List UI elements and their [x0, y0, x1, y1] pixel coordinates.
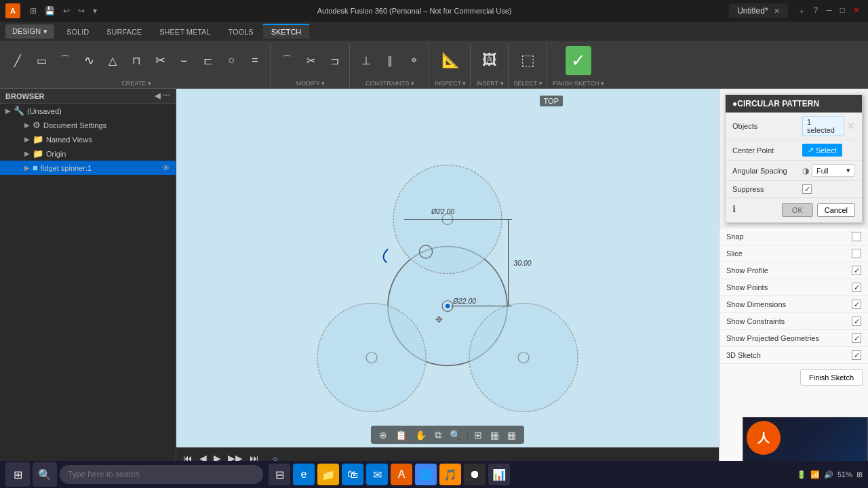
browser-icon-origin: 📁	[33, 148, 43, 159]
tool-constraints2[interactable]: ∥	[379, 52, 401, 69]
taskbar-battery-icon: 🔋	[797, 470, 806, 479]
show-points-check[interactable]	[852, 283, 861, 292]
help-icon[interactable]: ?	[811, 4, 821, 18]
browser-item-named-views[interactable]: ▶ 📁 Named Views	[0, 132, 176, 146]
nav-zoom-icon[interactable]: 🔍	[447, 428, 464, 442]
tool-insert[interactable]: 🖼	[479, 49, 500, 71]
nav-bar: ⊕ 📋 ✋ ⧉ 🔍 | ⊞ ▦ ▦	[371, 426, 524, 444]
tab-solid[interactable]: SOLID	[58, 24, 97, 39]
browser-item-fidget[interactable]: ▶ ■ fidget spinner:1 👁	[0, 161, 176, 175]
nav-snap-icon[interactable]: ⊕	[376, 428, 390, 442]
tab-untitled[interactable]: Untitled*	[737, 6, 768, 16]
show-projected-check[interactable]	[852, 333, 861, 343]
show-profile-check[interactable]	[852, 266, 861, 275]
show-constraints-check[interactable]	[852, 317, 861, 326]
minimize-btn[interactable]: ─	[823, 4, 835, 18]
tool-curve[interactable]: ⌣	[173, 52, 195, 68]
tool-polygon[interactable]: ⊓	[125, 52, 147, 69]
design-mode-btn[interactable]: DESIGN ▾	[5, 24, 54, 39]
view-label[interactable]: TOP	[540, 96, 563, 106]
nav-clipboard-icon[interactable]: 📋	[393, 428, 410, 442]
browser-eye-icon[interactable]: 👁	[162, 163, 170, 173]
tool-constraints3[interactable]: ⌖	[403, 52, 425, 68]
setting-3d-sketch: 3D Sketch	[719, 347, 868, 364]
start-btn[interactable]: ⊞	[5, 462, 30, 487]
qa-undo-btn[interactable]: ↩	[60, 5, 73, 17]
tool-circle[interactable]: ○	[220, 52, 242, 68]
select-icon: ↗	[808, 146, 814, 155]
taskbar-icon-taskview[interactable]: ⊟	[269, 464, 290, 485]
tab-close-icon[interactable]: ✕	[774, 7, 780, 16]
cp-cancel-btn[interactable]: Cancel	[817, 203, 855, 217]
tab-sketch[interactable]: SKETCH	[263, 24, 310, 39]
tab-tools[interactable]: TOOLS	[220, 24, 262, 39]
cp-select-btn[interactable]: ↗ Select	[802, 144, 842, 157]
tool-cut[interactable]: ✂	[149, 51, 171, 70]
tool-rect[interactable]: ▭	[31, 52, 52, 69]
cp-ok-btn[interactable]: OK	[782, 203, 813, 217]
add-tab-btn[interactable]: ＋	[795, 4, 808, 18]
taskbar-icon-obs[interactable]: ⏺	[464, 464, 486, 485]
tool-fillet[interactable]: ⌒	[276, 52, 298, 70]
tool-equal[interactable]: =	[244, 52, 266, 68]
finish-sketch-btn-panel[interactable]: Finish Sketch	[800, 369, 863, 386]
tab-sheet-metal[interactable]: SHEET METAL	[151, 24, 218, 39]
qa-save-btn[interactable]: 💾	[42, 5, 58, 17]
ribbon-toolbar: ╱ ▭ ⌒ ∿ △ ⊓ ✂ ⌣ ⊏ ○ = CREATE ▾ ⌒	[0, 41, 868, 88]
qa-redo-btn[interactable]: ↪	[75, 5, 87, 17]
close-btn[interactable]: ✕	[850, 4, 863, 18]
tool-arc[interactable]: ⌒	[54, 52, 76, 70]
nav-fit-icon[interactable]: ⧉	[432, 428, 444, 442]
taskbar-icon-fusion[interactable]: A	[391, 464, 412, 485]
nav-display-icon[interactable]: ▦	[488, 428, 502, 442]
tab-surface[interactable]: SURFACE	[98, 24, 150, 39]
show-constraints-label: Show Constraints	[726, 317, 785, 325]
cp-objects-clear-btn[interactable]: ✕	[847, 121, 855, 131]
tool-offset[interactable]: ⊐	[323, 52, 345, 69]
3d-sketch-check[interactable]	[852, 350, 861, 360]
qa-more-btn[interactable]: ▾	[90, 5, 100, 17]
cp-suppress-checkbox[interactable]	[802, 184, 812, 194]
tool-constraints1[interactable]: ⊥	[355, 52, 377, 69]
tool-triangle[interactable]: △	[102, 52, 123, 69]
maximize-btn[interactable]: □	[837, 4, 848, 18]
search-btn[interactable]: 🔍	[33, 462, 57, 487]
show-dimensions-check[interactable]	[852, 300, 861, 309]
taskbar-icon-vlc[interactable]: 🎵	[439, 464, 461, 485]
cp-info-icon: ℹ	[732, 203, 736, 217]
browser-item-root[interactable]: ▶ 🔧 (Unsaved)	[0, 104, 176, 118]
browser-item-origin[interactable]: ▶ 📁 Origin	[0, 146, 176, 161]
tool-trim[interactable]: ✂	[300, 52, 321, 69]
nav-grid-icon[interactable]: ⊞	[471, 428, 485, 442]
nav-more-icon[interactable]: ▦	[505, 428, 519, 442]
tool-inspect[interactable]: 📐	[439, 49, 462, 71]
taskbar-icon-more[interactable]: 📊	[488, 464, 510, 485]
tool-slot[interactable]: ⊏	[197, 52, 218, 69]
browser-item-doc-settings[interactable]: ▶ ⚙ Document Settings	[0, 118, 176, 132]
tool-select[interactable]: ⬚	[517, 49, 539, 71]
content-area: BROWSER ◀ ⋯ ▶ 🔧 (Unsaved) ▶ ⚙ Document S…	[0, 89, 868, 468]
canvas-area[interactable]: Ø22.00 Ø22.00 30.00 ✥ TOP ⊕ 📋 ✋	[176, 89, 719, 447]
snap-check[interactable]	[852, 232, 861, 241]
group-label-select: SELECT ▾	[514, 80, 542, 88]
taskbar-icon-chrome[interactable]: 🌐	[415, 464, 437, 485]
cp-angular-icon: ◑	[802, 166, 809, 176]
taskbar-icon-explorer[interactable]: 📁	[317, 464, 339, 485]
taskbar-icon-mail[interactable]: ✉	[366, 464, 388, 485]
taskbar-icon-store[interactable]: 🛍	[342, 464, 363, 485]
tool-line[interactable]: ╱	[7, 52, 28, 69]
nav-pan-icon[interactable]: ✋	[412, 428, 429, 442]
svg-point-2	[317, 304, 426, 412]
setting-show-profile: Show Profile	[719, 262, 868, 279]
slice-check[interactable]	[852, 249, 861, 258]
finish-sketch-btn-ribbon[interactable]: ✓	[566, 46, 591, 75]
cp-dialog-header: ● CIRCULAR PATTERN	[726, 95, 862, 113]
tool-spline[interactable]: ∿	[78, 51, 100, 70]
browser-menu-btn[interactable]: ⋯	[163, 92, 170, 100]
canvas-right: Ø22.00 Ø22.00 30.00 ✥ TOP ⊕ 📋 ✋	[176, 89, 719, 468]
qa-grid-btn[interactable]: ⊞	[27, 5, 39, 17]
cp-angular-dropdown[interactable]: Full ▾	[812, 164, 855, 177]
taskbar-icon-edge[interactable]: e	[293, 464, 315, 485]
browser-collapse-btn[interactable]: ◀	[155, 92, 160, 100]
taskbar-search-input[interactable]	[60, 465, 263, 484]
